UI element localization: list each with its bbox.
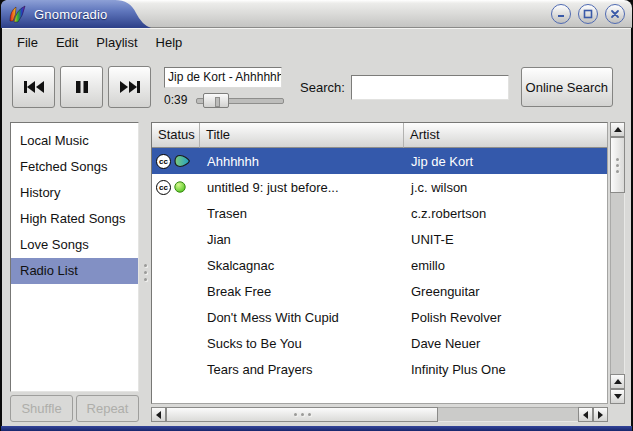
table-row[interactable]: cc Ahhhhhh Jip de Kort [152, 148, 607, 174]
pause-button[interactable] [60, 66, 103, 108]
table-row[interactable]: Jian UNIT-E [152, 226, 607, 252]
shuffle-button[interactable]: Shuffle [10, 395, 73, 422]
cc-license-icon: cc [156, 154, 171, 169]
song-title: Don't Mess With Cupid [200, 310, 404, 325]
arrow-right-icon [598, 411, 603, 419]
song-title: Skalcagnac [200, 258, 404, 273]
thumb-grip-icon [616, 164, 619, 167]
thumb-grip-icon [308, 413, 311, 416]
column-header-title[interactable]: Title [200, 123, 404, 148]
table-row[interactable]: Break Free Greenguitar [152, 278, 607, 304]
thumb-grip-icon [616, 158, 619, 161]
arrow-down-icon [614, 394, 622, 399]
available-icon [173, 180, 187, 194]
song-title: Ahhhhhh [200, 154, 404, 169]
menu-file[interactable]: File [8, 30, 47, 55]
table-row[interactable]: cc untitled 9: just before... j.c. wilso… [152, 174, 607, 200]
horizontal-scrollbar[interactable] [151, 407, 608, 422]
horizontal-scrollbar-thumb[interactable] [166, 407, 438, 422]
cc-license-icon: cc [156, 180, 171, 195]
scroll-up-button[interactable] [610, 122, 625, 137]
song-table: Status Title Artist cc [151, 122, 608, 404]
arrow-up-icon [614, 127, 622, 132]
song-title: Tears and Prayers [200, 362, 404, 377]
vertical-scrollbar-trough[interactable] [610, 193, 625, 374]
repeat-button[interactable]: Repeat [76, 395, 139, 422]
online-search-button[interactable]: Online Search [521, 67, 613, 107]
song-artist: c.z.robertson [404, 206, 607, 221]
song-title: Jian [200, 232, 404, 247]
search-label: Search: [300, 80, 345, 95]
song-artist: Infinity Plus One [404, 362, 607, 377]
titlebar[interactable]: Gnomoradio [1, 0, 632, 28]
pane-splitter[interactable] [139, 122, 151, 422]
close-icon [610, 9, 620, 19]
song-artist: Greenguitar [404, 284, 607, 299]
song-artist: j.c. wilson [404, 180, 607, 195]
gnomoradio-app-icon [8, 5, 27, 24]
seek-slider-thumb[interactable] [203, 93, 229, 108]
seek-slider[interactable] [196, 93, 284, 108]
search-input[interactable] [351, 75, 509, 100]
next-button[interactable] [108, 66, 151, 108]
song-artist: Jip de Kort [404, 154, 607, 169]
toolbar: Jip de Kort - Ahhhhhh 0:39 Search: Onlin… [2, 56, 631, 118]
table-row[interactable]: Tears and Prayers Infinity Plus One [152, 356, 607, 382]
thumb-grip-icon [294, 413, 297, 416]
playing-icon [173, 154, 191, 168]
menu-help[interactable]: Help [147, 30, 192, 55]
scroll-left-button-end[interactable] [578, 407, 593, 422]
song-title: Trasen [200, 206, 404, 221]
song-artist: Dave Neuer [404, 336, 607, 351]
song-title: Sucks to Be You [200, 336, 404, 351]
song-artist: Polish Revolver [404, 310, 607, 325]
close-button[interactable] [605, 4, 625, 24]
maximize-button[interactable] [578, 4, 598, 24]
arrow-up-icon [614, 379, 622, 384]
scroll-down-button[interactable] [610, 389, 625, 404]
horizontal-scrollbar-trough[interactable] [438, 407, 578, 422]
titlebar-tab[interactable]: Gnomoradio [1, 0, 151, 28]
sidebar-item-radio-list[interactable]: Radio List [11, 258, 138, 284]
window-bottom-border [1, 426, 632, 431]
splitter-grip-icon [144, 264, 147, 267]
main-content: Local Music Fetched Songs History High R… [2, 118, 631, 426]
skip-backward-icon [23, 80, 45, 94]
arrow-left-icon [583, 411, 588, 419]
table-row[interactable]: Trasen c.z.robertson [152, 200, 607, 226]
scroll-right-button[interactable] [593, 407, 608, 422]
sidebar-item-fetched-songs[interactable]: Fetched Songs [11, 154, 138, 180]
now-playing-display: Jip de Kort - Ahhhhhh [164, 67, 282, 88]
thumb-grip-icon [301, 413, 304, 416]
sidebar-item-high-rated-songs[interactable]: High Rated Songs [11, 206, 138, 232]
song-artist: emillo [404, 258, 607, 273]
splitter-grip-icon [144, 271, 147, 274]
song-artist: UNIT-E [404, 232, 607, 247]
maximize-icon [583, 9, 593, 19]
minimize-button[interactable] [551, 4, 571, 24]
skip-forward-icon [119, 80, 141, 94]
scroll-left-button[interactable] [151, 407, 166, 422]
sidebar-item-local-music[interactable]: Local Music [11, 128, 138, 154]
arrow-left-icon [156, 411, 161, 419]
song-title: untitled 9: just before... [200, 180, 404, 195]
vertical-scrollbar-thumb[interactable] [610, 137, 625, 193]
thumb-grip-icon [616, 170, 619, 173]
scroll-up-button-bottom[interactable] [610, 374, 625, 389]
column-header-status[interactable]: Status [152, 123, 200, 148]
vertical-scrollbar[interactable] [610, 122, 625, 404]
menu-playlist[interactable]: Playlist [87, 30, 146, 55]
previous-button[interactable] [12, 66, 55, 108]
window-title: Gnomoradio [34, 7, 108, 22]
table-row[interactable]: Sucks to Be You Dave Neuer [152, 330, 607, 356]
sidebar-item-history[interactable]: History [11, 180, 138, 206]
playlist-sidebar: Local Music Fetched Songs History High R… [10, 122, 139, 392]
table-row[interactable]: Skalcagnac emillo [152, 252, 607, 278]
gnomoradio-window: Gnomoradio File Edit Playlist [0, 0, 633, 431]
menu-edit[interactable]: Edit [47, 30, 87, 55]
elapsed-time: 0:39 [164, 93, 192, 107]
column-header-artist[interactable]: Artist [404, 123, 607, 148]
sidebar-item-love-songs[interactable]: Love Songs [11, 232, 138, 258]
minimize-icon [556, 9, 566, 19]
table-row[interactable]: Don't Mess With Cupid Polish Revolver [152, 304, 607, 330]
